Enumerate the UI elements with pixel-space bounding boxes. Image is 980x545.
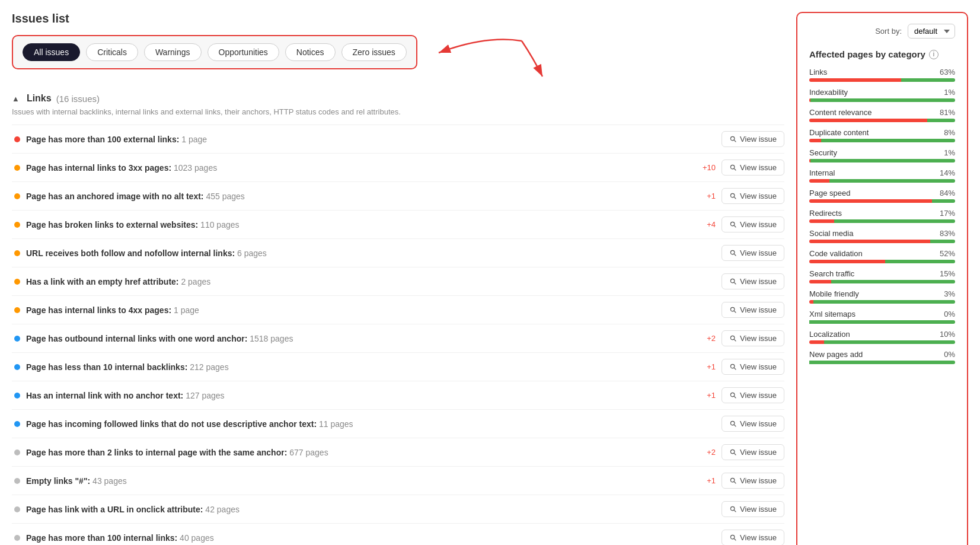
svg-line-30 [735,539,736,541]
view-issue-button[interactable]: View issue [722,245,784,261]
category-percent: 8% [944,128,955,137]
search-icon [729,221,737,228]
sort-label: Sort by: [875,27,902,36]
svg-point-15 [731,336,735,340]
bar-red-segment [809,179,829,183]
view-issue-button[interactable]: View issue [722,188,784,204]
issue-text: Page has less than 10 internal backlinks… [26,362,692,372]
issue-severity-dot [14,535,20,541]
filter-btn-opportunities[interactable]: Opportunities [208,43,279,61]
issue-row: Page has less than 10 internal backlinks… [12,353,784,381]
view-issue-label: View issue [740,533,777,542]
category-name: Xml sitemaps [809,310,855,318]
sort-select[interactable]: default [908,24,955,39]
filter-bar: All issuesCriticalsWarningsOpportunities… [12,35,417,69]
category-name: Security [809,148,837,157]
view-issue-button[interactable]: View issue [722,131,784,147]
page-title: Issues list [12,12,784,26]
category-percent: 1% [944,148,955,157]
issue-text: Page has link with a URL in onclick attr… [26,505,692,514]
issue-text: Has an internal link with no anchor text… [26,391,692,400]
filter-btn-zero-issues[interactable]: Zero issues [341,43,407,61]
issue-text: Page has an anchored image with no alt t… [26,192,692,201]
category-bar [809,260,955,263]
category-row: Page speed84% [809,189,955,203]
view-issue-button[interactable]: View issue [722,416,784,432]
view-issue-button[interactable]: View issue [722,501,784,517]
svg-point-7 [731,222,735,226]
bar-red-segment [809,219,834,223]
issue-row: Page has outbound internal links with on… [12,324,784,353]
issue-delta: +4 [698,220,716,229]
svg-line-28 [735,511,736,512]
category-row: Social media83% [809,229,955,243]
info-icon[interactable]: i [929,50,938,59]
search-icon [729,164,737,171]
svg-line-20 [735,397,736,399]
view-issue-button[interactable]: View issue [722,330,784,346]
svg-line-18 [735,368,736,370]
issue-row: Page has broken links to external websit… [12,211,784,239]
category-row: Mobile friendly3% [809,289,955,304]
issue-severity-dot [14,250,20,256]
sidebar-section-title: Affected pages by category i [809,49,955,59]
issue-row: Page has more than 100 external links: 1… [12,125,784,154]
issues-list: Page has more than 100 external links: 1… [12,125,784,545]
issue-severity-dot [14,478,20,484]
filter-btn-all-issues[interactable]: All issues [23,43,80,61]
view-issue-label: View issue [740,334,777,343]
filter-btn-criticals[interactable]: Criticals [86,43,138,61]
issue-delta: +1 [698,362,716,371]
issue-row: Page has incoming followed links that do… [12,410,784,438]
view-issue-label: View issue [740,362,777,371]
section-toggle[interactable]: ▲ [12,94,20,103]
issue-pages: 43 pages [92,476,127,486]
issue-label: Page has link with a URL in onclick attr… [26,505,203,514]
issue-text: Has a link with an empty href attribute:… [26,277,692,286]
view-issue-label: View issue [740,135,777,144]
view-issue-button[interactable]: View issue [722,444,784,460]
view-issue-button[interactable]: View issue [722,273,784,289]
search-icon [729,477,737,485]
issue-row: Page has an anchored image with no alt t… [12,182,784,211]
search-icon [729,278,737,285]
filter-btn-notices[interactable]: Notices [285,43,336,61]
bar-green-segment [824,340,955,344]
view-issue-button[interactable]: View issue [722,302,784,318]
issue-row: Page has internal links to 3xx pages: 10… [12,154,784,182]
svg-line-8 [735,226,736,228]
category-bar [809,280,955,283]
issue-text: Page has more than 100 external links: 1… [26,135,692,144]
category-name: Search traffic [809,269,854,278]
category-bar [809,240,955,243]
view-issue-button[interactable]: View issue [722,530,784,545]
category-row: Content relevance81% [809,108,955,122]
view-issue-button[interactable]: View issue [722,216,784,232]
view-issue-button[interactable]: View issue [722,473,784,489]
search-icon [729,306,737,314]
svg-line-10 [735,254,736,256]
search-icon [729,505,737,513]
category-percent: 52% [940,249,955,258]
filter-btn-warnings[interactable]: Warnings [144,43,202,61]
category-name: Social media [809,229,853,238]
issue-label: Page has outbound internal links with on… [26,334,247,343]
category-percent: 14% [940,168,955,177]
category-name: Internal [809,168,835,177]
issue-severity-dot [14,421,20,427]
issue-label: Page has internal links to 3xx pages: [26,163,171,173]
view-issue-button[interactable]: View issue [722,359,784,375]
view-issue-button[interactable]: View issue [722,387,784,403]
category-percent: 84% [940,189,955,197]
category-name: Duplicate content [809,128,869,137]
category-row: Duplicate content8% [809,128,955,142]
category-row: Security1% [809,148,955,162]
view-issue-button[interactable]: View issue [722,160,784,176]
view-issue-label: View issue [740,248,777,257]
bar-green-segment [829,179,955,183]
bar-green-segment [810,98,955,102]
category-bar [809,139,955,142]
category-row: Localization10% [809,330,955,344]
issue-label: Page has an anchored image with no alt t… [26,192,204,201]
category-name: New pages add [809,350,863,359]
